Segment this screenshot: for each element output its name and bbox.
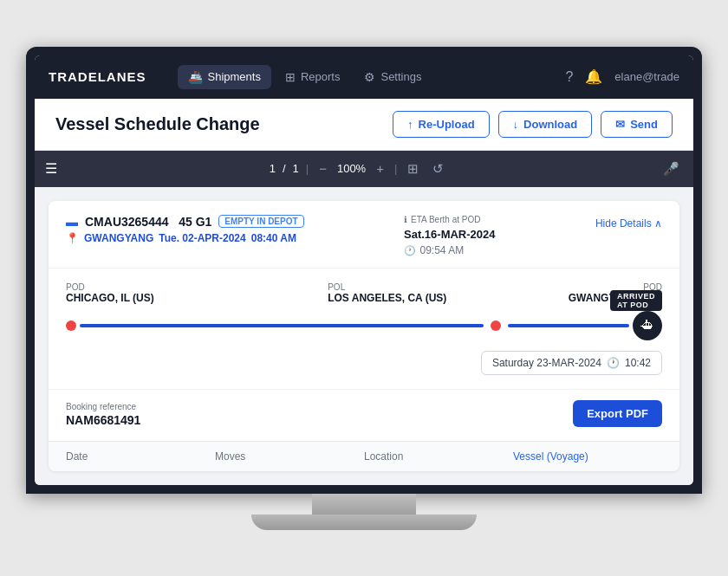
- arrived-date-box: Saturday 23-MAR-2024 🕐 10:42: [481, 351, 662, 375]
- location-row: 📍 GWANGYANG Tue. 02-APR-2024 08:40 AM: [66, 232, 304, 244]
- arrived-date-text: Saturday 23-MAR-2024: [492, 357, 601, 369]
- route-section: POD CHICAGO, IL (US) POL LOS ANGELES, CA…: [49, 269, 679, 389]
- nav-links: 🚢 Shipments ⊞ Reports ⚙ Settings: [178, 65, 432, 89]
- toolbar: ☰ 1 / 1 | − 100% + | ⊞ ↺ 🎤: [35, 151, 693, 187]
- help-icon[interactable]: ?: [565, 69, 573, 85]
- card-top: ▬ CMAU3265444 45 G1 EMPTY IN DEPOT 📍: [49, 201, 679, 269]
- eta-label: ℹ ETA Berth at POD: [404, 215, 496, 224]
- header-actions: ↑ Re-Upload ↓ Download ✉ Send: [393, 111, 673, 138]
- route-bar-fill: [80, 324, 484, 327]
- monitor-wrapper: TRADELANES 🚢 Shipments ⊞ Reports ⚙ Setti…: [9, 47, 719, 530]
- nav-settings-label: Settings: [380, 70, 421, 83]
- arrived-clock-icon: 🕐: [607, 357, 620, 369]
- nav-shipments[interactable]: 🚢 Shipments: [178, 65, 271, 89]
- reupload-label: Re-Upload: [419, 118, 475, 131]
- fit-icon[interactable]: ⊞: [404, 158, 422, 180]
- pod-left-label: POD: [66, 282, 154, 292]
- route-dot-mid: [491, 320, 501, 331]
- settings-icon: ⚙: [364, 70, 375, 84]
- content-area: ▬ CMAU3265444 45 G1 EMPTY IN DEPOT 📍: [35, 187, 693, 485]
- reupload-icon: ↑: [407, 118, 413, 131]
- chevron-up-icon: ∧: [654, 217, 662, 230]
- booking-ref: NAM6681491: [66, 413, 140, 427]
- route-left: POD CHICAGO, IL (US): [66, 282, 154, 304]
- send-button[interactable]: ✉ Send: [601, 111, 673, 138]
- status-badge: EMPTY IN DEPOT: [218, 215, 303, 228]
- col-vessel: Vessel (Voyage): [513, 450, 662, 463]
- ship-icon: ⛴: [633, 311, 662, 340]
- user-email: elane@trade: [614, 70, 679, 83]
- booking-ref-block: Booking reference NAM6681491: [66, 402, 140, 427]
- route-labels: POD CHICAGO, IL (US) POL LOS ANGELES, CA…: [66, 282, 662, 304]
- eta-date: Sat.16-MAR-2024: [404, 228, 496, 241]
- download-icon: ↓: [513, 118, 519, 131]
- eta-time: 09:54 AM: [419, 244, 464, 256]
- col-date: Date: [66, 450, 215, 463]
- page-total: 1: [293, 162, 299, 175]
- page-header: Vessel Schedule Change ↑ Re-Upload ↓ Dow…: [35, 99, 693, 151]
- reupload-button[interactable]: ↑ Re-Upload: [393, 111, 490, 138]
- route-bar-container: ARRIVED AT POD ⛴: [66, 311, 662, 340]
- route-dot-left: [66, 320, 76, 331]
- booking-label: Booking reference: [66, 402, 140, 411]
- page-title: Vessel Schedule Change: [55, 114, 260, 134]
- route-mid: POL LOS ANGELES, CA (US): [328, 282, 446, 304]
- location-pin-icon: 📍: [66, 232, 79, 244]
- toolbar-divider2: |: [394, 162, 397, 175]
- zoom-in-button[interactable]: +: [373, 158, 387, 179]
- navbar: TRADELANES 🚢 Shipments ⊞ Reports ⚙ Setti…: [35, 55, 693, 99]
- arrived-date-container: Saturday 23-MAR-2024 🕐 10:42: [66, 351, 662, 375]
- screen-inner: TRADELANES 🚢 Shipments ⊞ Reports ⚙ Setti…: [35, 55, 693, 485]
- hide-details-text: Hide Details: [595, 217, 652, 230]
- arrived-badge: ARRIVED AT POD: [610, 290, 662, 311]
- page-separator: /: [283, 162, 286, 175]
- shipment-id: CMAU3265444 45 G1: [85, 215, 211, 229]
- pol-label: POL: [328, 282, 446, 292]
- container-size-text: 45 G1: [179, 215, 211, 229]
- col-location: Location: [364, 450, 513, 463]
- bell-icon[interactable]: 🔔: [585, 68, 602, 85]
- col-moves: Moves: [215, 450, 364, 463]
- table-header: Date Moves Location Vessel (Voyage): [49, 441, 679, 471]
- download-label: Download: [523, 118, 577, 131]
- zoom-level: 100%: [337, 162, 366, 175]
- mic-icon[interactable]: 🎤: [660, 158, 683, 180]
- nav-right: ? 🔔 elane@trade: [565, 68, 679, 85]
- pod-left-value: CHICAGO, IL (US): [66, 292, 154, 304]
- menu-icon[interactable]: ☰: [45, 160, 57, 177]
- page-current: 1: [270, 162, 276, 175]
- shipment-id-row: ▬ CMAU3265444 45 G1 EMPTY IN DEPOT: [66, 215, 304, 229]
- zoom-out-button[interactable]: −: [315, 158, 330, 179]
- nav-settings[interactable]: ⚙ Settings: [354, 65, 432, 89]
- eta-block: ℹ ETA Berth at POD Sat.16-MAR-2024 🕐 09:…: [404, 215, 496, 257]
- reports-icon: ⊞: [285, 70, 296, 84]
- route-bar-segment2: [508, 324, 629, 327]
- send-label: Send: [630, 118, 658, 131]
- monitor-stand-neck: [312, 494, 416, 515]
- monitor-screen: TRADELANES 🚢 Shipments ⊞ Reports ⚙ Setti…: [26, 47, 702, 494]
- location-date: Tue. 02-APR-2024: [159, 232, 245, 244]
- hide-details-btn[interactable]: Hide Details ∧: [595, 215, 662, 230]
- download-button[interactable]: ↓ Download: [498, 111, 593, 138]
- booking-section: Booking reference NAM6681491 Export PDF: [49, 389, 679, 441]
- container-icon: ▬: [66, 215, 78, 229]
- brand-logo: TRADELANES: [49, 69, 146, 84]
- nav-reports[interactable]: ⊞ Reports: [275, 65, 351, 89]
- monitor-stand-base: [251, 515, 477, 530]
- container-id-text: CMAU3265444: [85, 215, 169, 229]
- location-name: GWANGYANG: [84, 232, 153, 244]
- nav-reports-label: Reports: [301, 70, 341, 83]
- pol-value: LOS ANGELES, CA (US): [328, 292, 446, 304]
- route-end-section: ARRIVED AT POD ⛴: [633, 311, 662, 340]
- shipment-card: ▬ CMAU3265444 45 G1 EMPTY IN DEPOT 📍: [49, 201, 679, 471]
- rotate-icon[interactable]: ↺: [429, 158, 447, 180]
- toolbar-center: 1 / 1 | − 100% + | ⊞ ↺: [270, 158, 448, 180]
- shipment-info-left: ▬ CMAU3265444 45 G1 EMPTY IN DEPOT 📍: [66, 215, 304, 244]
- toolbar-divider1: |: [306, 162, 309, 175]
- eta-date-row: Sat.16-MAR-2024: [404, 226, 496, 242]
- location-time: 08:40 AM: [251, 232, 296, 244]
- shipments-icon: 🚢: [188, 70, 203, 84]
- nav-shipments-label: Shipments: [208, 70, 261, 83]
- export-pdf-button[interactable]: Export PDF: [573, 400, 662, 427]
- arrived-time-text: 10:42: [625, 357, 651, 369]
